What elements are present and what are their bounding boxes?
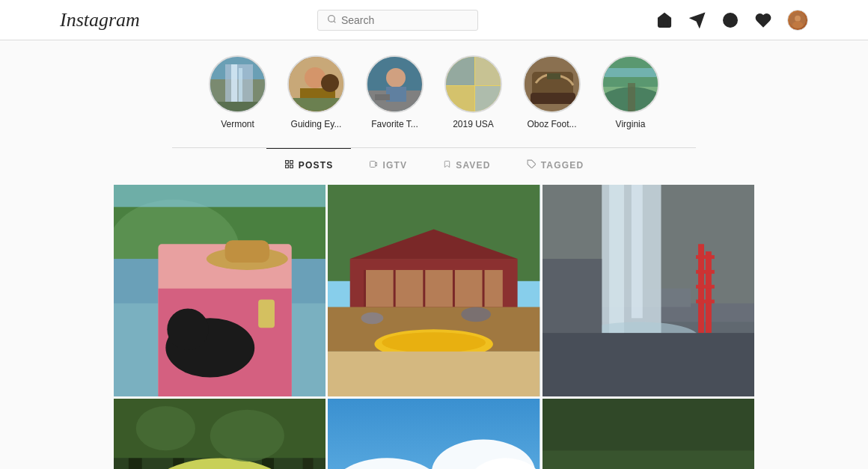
nav-icons — [655, 10, 808, 31]
svg-rect-84 — [696, 300, 715, 304]
grid-cell-2[interactable] — [328, 185, 540, 396]
explore-icon[interactable] — [721, 11, 739, 29]
svg-point-67 — [382, 332, 486, 353]
svg-point-100 — [136, 406, 195, 450]
svg-rect-18 — [289, 98, 345, 113]
svg-rect-82 — [696, 270, 715, 274]
story-avatar-favorite — [366, 55, 424, 113]
home-icon[interactable] — [655, 11, 673, 29]
svg-rect-40 — [285, 165, 288, 168]
svg-rect-59 — [365, 270, 503, 307]
tag-icon — [527, 159, 537, 171]
story-item-oboz[interactable]: Oboz Foot... — [523, 55, 581, 129]
story-label-oboz: Oboz Foot... — [527, 119, 576, 129]
svg-rect-31 — [531, 93, 575, 104]
svg-rect-35 — [628, 83, 635, 113]
svg-rect-119 — [542, 451, 754, 469]
svg-rect-23 — [375, 94, 390, 100]
svg-point-69 — [361, 312, 384, 324]
svg-line-1 — [334, 21, 335, 22]
grid-cell-3[interactable] — [542, 185, 754, 396]
svg-rect-25 — [446, 57, 474, 85]
direct-icon[interactable] — [688, 11, 706, 29]
svg-rect-13 — [210, 102, 266, 113]
svg-rect-26 — [475, 57, 502, 85]
tab-igtv[interactable]: IGTV — [351, 148, 425, 182]
header: Instagram — [0, 0, 868, 40]
svg-rect-11 — [231, 64, 237, 105]
svg-point-50 — [167, 308, 208, 349]
tab-igtv-label: IGTV — [382, 160, 407, 171]
svg-rect-52 — [114, 185, 326, 207]
svg-point-101 — [210, 410, 284, 462]
igtv-icon — [369, 159, 378, 171]
photo-grid-section — [0, 182, 868, 469]
grid-photo-2 — [328, 185, 540, 396]
story-avatar-vermont — [209, 55, 266, 113]
story-avatar-guiding — [287, 55, 345, 113]
svg-rect-28 — [475, 86, 502, 113]
photo-grid — [114, 185, 754, 469]
profile-avatar[interactable] — [787, 10, 808, 31]
story-item-virginia[interactable]: Virginia — [602, 55, 659, 129]
svg-rect-39 — [290, 165, 293, 168]
svg-rect-51 — [258, 300, 275, 328]
logo: Instagram — [60, 9, 140, 31]
svg-point-21 — [386, 68, 406, 88]
grid-cell-1[interactable] — [114, 185, 326, 396]
story-label-favorite: Favorite T... — [371, 119, 418, 129]
story-label-2019: 2019 USA — [453, 119, 494, 129]
story-avatar-2019 — [444, 55, 502, 113]
grid-icon — [284, 159, 294, 171]
grid-cell-6[interactable] — [542, 399, 754, 469]
svg-rect-54 — [225, 240, 269, 263]
svg-rect-80 — [706, 251, 712, 333]
svg-rect-32 — [547, 73, 560, 79]
grid-photo-1 — [114, 185, 326, 396]
grid-cell-5[interactable] — [328, 399, 540, 469]
search-icon — [327, 14, 337, 26]
story-item-favorite[interactable]: Favorite T... — [366, 55, 424, 129]
svg-rect-36 — [603, 68, 659, 77]
tab-tagged[interactable]: TAGGED — [509, 148, 602, 182]
grid-photo-3 — [542, 185, 754, 396]
grid-photo-4 — [114, 399, 326, 469]
tabs-section: POSTS IGTV SAVED — [0, 148, 868, 182]
story-label-virginia: Virginia — [616, 119, 646, 129]
svg-rect-41 — [370, 162, 376, 168]
grid-photo-6 — [542, 399, 754, 469]
svg-rect-68 — [328, 352, 540, 396]
story-avatar-virginia — [602, 55, 659, 113]
svg-rect-89 — [542, 333, 754, 396]
grid-cell-4[interactable] — [114, 399, 326, 469]
svg-point-17 — [321, 74, 339, 92]
tab-posts[interactable]: POSTS — [266, 148, 352, 182]
tab-saved-label: SAVED — [456, 160, 490, 171]
svg-rect-38 — [290, 161, 293, 164]
svg-rect-83 — [696, 285, 715, 289]
stories-section: Vermont Guiding Ey... — [0, 40, 868, 137]
search-bar[interactable] — [317, 10, 478, 31]
svg-rect-12 — [239, 68, 242, 104]
story-item-guiding[interactable]: Guiding Ey... — [287, 55, 345, 129]
story-item-2019[interactable]: 2019 USA — [444, 55, 502, 129]
bookmark-icon — [443, 159, 451, 171]
tab-posts-label: POSTS — [299, 160, 334, 171]
story-item-vermont[interactable]: Vermont — [209, 55, 266, 129]
tab-tagged-label: TAGGED — [541, 160, 584, 171]
svg-rect-27 — [446, 86, 474, 113]
likes-icon[interactable] — [754, 11, 772, 29]
content-area: Vermont Guiding Ey... — [0, 40, 868, 469]
search-input[interactable] — [341, 14, 468, 26]
svg-rect-77 — [632, 185, 643, 318]
story-avatar-oboz — [523, 55, 581, 113]
grid-photo-5 — [328, 399, 540, 469]
svg-point-6 — [795, 15, 801, 21]
svg-marker-2 — [691, 13, 704, 26]
svg-rect-81 — [696, 255, 715, 259]
svg-rect-37 — [285, 161, 288, 164]
svg-point-7 — [792, 21, 803, 28]
svg-point-70 — [462, 307, 492, 322]
tab-saved[interactable]: SAVED — [425, 148, 508, 182]
story-label-guiding: Guiding Ey... — [291, 119, 342, 129]
